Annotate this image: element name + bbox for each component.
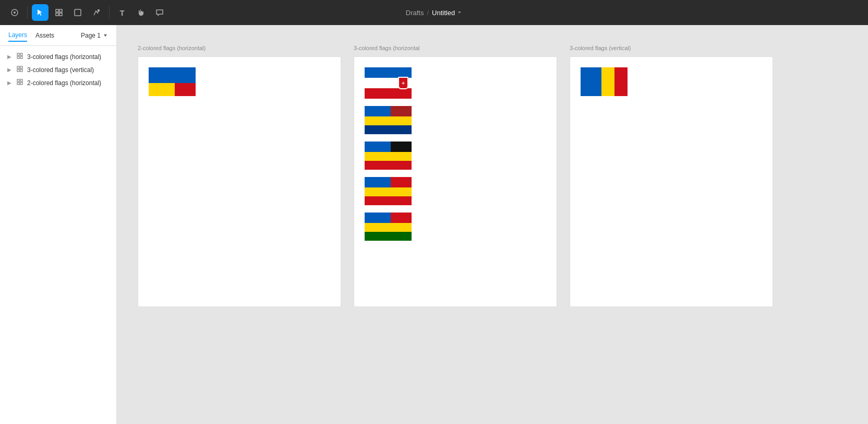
frame-wrapper-3col-vert: 3-colored flags (vertical) [570, 56, 773, 307]
tab-layers[interactable]: Layers [8, 29, 27, 42]
layer-expand-2[interactable]: ▶ [6, 67, 13, 73]
flags-2col-content [138, 57, 341, 107]
toolbar-divider-2 [109, 6, 110, 19]
at-red-bottom [365, 196, 412, 205]
frame-3col-horizontal[interactable]: ✛ [354, 56, 557, 307]
flag-bottom-row [149, 83, 196, 96]
nl-yellow [365, 116, 412, 125]
layer-expand-3[interactable]: ▶ [6, 80, 13, 86]
layer-item-2[interactable]: ▶ 3-colored flags (vertical) [0, 63, 116, 76]
flags-3col-horiz-content: ✛ [354, 57, 557, 251]
layers-panel: ▶ 3-colored flags (horizontal) ▶ [0, 46, 116, 93]
flag-yellow-left [149, 83, 175, 96]
frame-label-2col: 2-colored flags (horizontal) [138, 45, 206, 51]
text-tool-icon[interactable]: T [114, 4, 130, 21]
de-black [391, 142, 412, 152]
canvas[interactable]: 2-colored flags (horizontal) 3-colored f… [117, 25, 868, 424]
emblem-cross: ✛ [402, 81, 405, 85]
at-red-top [391, 177, 412, 187]
frame-icon-1 [17, 53, 23, 61]
main-menu-icon[interactable] [6, 4, 23, 21]
frame-icon-3 [17, 79, 23, 87]
flags-3col-vert-content [570, 57, 773, 107]
nl-darkblue [365, 125, 412, 134]
svg-point-7 [98, 10, 100, 11]
layer-expand-1[interactable]: ▶ [6, 54, 13, 60]
svg-rect-5 [59, 13, 62, 16]
hu-green [365, 232, 412, 241]
hand-tool-icon[interactable] [132, 4, 149, 21]
at-yellow [365, 187, 412, 196]
sidebar-tabs: Layers Assets Page 1 [0, 25, 116, 46]
svg-rect-17 [20, 79, 22, 81]
sidebar: Layers Assets Page 1 ▶ 3-colored flags [0, 25, 117, 424]
flag-austria-like [365, 177, 412, 205]
text-tool-label: T [119, 8, 124, 17]
hu-red-top [391, 213, 412, 223]
hu-yellow [365, 223, 412, 232]
comment-tool-icon[interactable] [151, 4, 168, 21]
frame-icon-2 [17, 66, 23, 74]
select-tool-icon[interactable] [32, 4, 49, 21]
layer-item-1[interactable]: ▶ 3-colored flags (horizontal) [0, 50, 116, 63]
vert-blue [581, 67, 601, 96]
vert-red [614, 67, 628, 96]
flag-germany-like [365, 142, 412, 170]
de-yellow [365, 152, 412, 161]
slovakia-emblem: ✛ [398, 77, 408, 89]
flag-nl-top [365, 106, 412, 116]
frame-wrapper-3col-horiz: 3-colored flags (horizontal ✛ [354, 56, 557, 307]
page-title[interactable]: Untitled [432, 9, 462, 17]
frame-wrapper-2col: 2-colored flags (horizontal) [138, 56, 341, 307]
flag-ukraine-2col [149, 67, 196, 96]
layer-label-3: 2-colored flags (horizontal) [27, 79, 101, 87]
nl-darkred-right [391, 106, 412, 116]
frame-3col-vertical[interactable] [570, 56, 773, 307]
toolbar-title: Drafts / Untitled [406, 9, 462, 17]
svg-rect-18 [17, 83, 19, 85]
svg-rect-4 [56, 13, 58, 16]
tab-assets[interactable]: Assets [35, 30, 54, 41]
shape-tool-icon[interactable] [69, 4, 86, 21]
svg-rect-14 [17, 69, 19, 72]
svg-rect-8 [17, 53, 19, 55]
frame-label-3col-vert: 3-colored flags (vertical) [570, 45, 631, 51]
toolbar-divider-1 [27, 6, 28, 19]
layer-item-3[interactable]: ▶ 2-colored flags (horizontal) [0, 76, 116, 89]
svg-rect-6 [75, 9, 81, 16]
sk-blue [365, 67, 412, 78]
svg-rect-15 [20, 69, 22, 72]
svg-rect-9 [20, 53, 22, 55]
vector-tool-icon[interactable] [88, 4, 105, 21]
flag-vertical-1 [581, 67, 628, 96]
vert-yellow [601, 67, 614, 96]
svg-rect-3 [59, 9, 62, 12]
flag-hu-top [365, 213, 412, 223]
nl-blue-left [365, 106, 391, 116]
flag-red-right [175, 83, 196, 96]
frame-tool-icon[interactable] [51, 4, 67, 21]
de-red [365, 161, 412, 170]
breadcrumb-separator: / [427, 9, 429, 17]
frame-label-3col-horiz: 3-colored flags (horizontal [354, 45, 420, 51]
svg-rect-10 [17, 56, 19, 58]
page-selector[interactable]: Page 1 [81, 32, 108, 39]
sk-red [365, 88, 412, 99]
main-area: Layers Assets Page 1 ▶ 3-colored flags [0, 25, 868, 424]
de-blue [365, 142, 391, 152]
layer-label-1: 3-colored flags (horizontal) [27, 53, 101, 61]
svg-point-1 [14, 11, 16, 14]
flag-blue-stripe [149, 67, 196, 83]
svg-rect-11 [20, 56, 22, 58]
svg-rect-16 [17, 79, 19, 81]
breadcrumb-drafts: Drafts [406, 9, 424, 17]
flag-de-top [365, 142, 412, 152]
flag-nl-like [365, 106, 412, 134]
svg-rect-12 [17, 66, 19, 68]
flag-slovakia: ✛ [365, 67, 412, 99]
frame-2col-horizontal[interactable] [138, 56, 341, 307]
layer-label-2: 3-colored flags (vertical) [27, 66, 94, 74]
svg-rect-19 [20, 83, 22, 85]
hu-blue [365, 213, 391, 223]
toolbar: T Drafts / Untitled [0, 0, 868, 25]
